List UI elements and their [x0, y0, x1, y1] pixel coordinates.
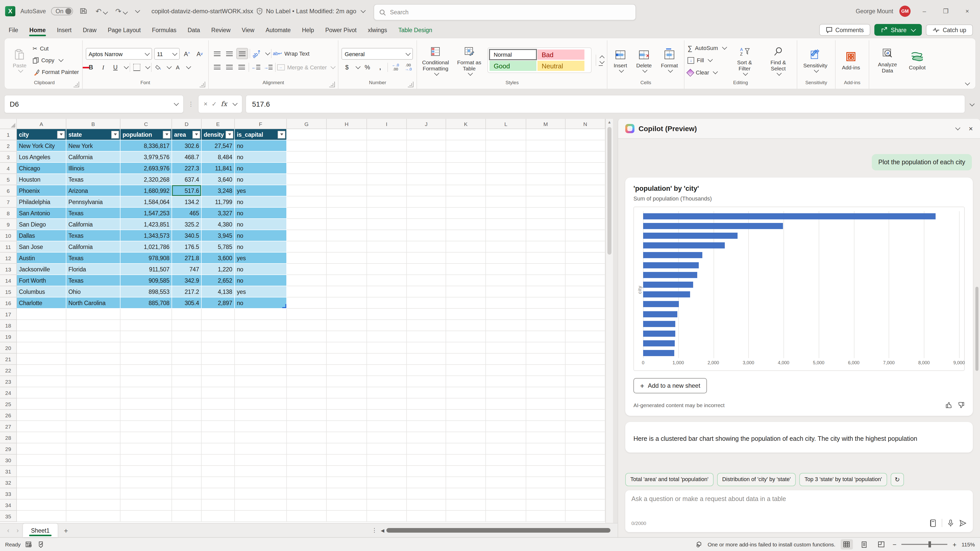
merge-center-button[interactable]: ↔ Merge & Center [277, 62, 335, 73]
cell-D26[interactable] [172, 410, 202, 421]
cell-F16[interactable]: no [235, 297, 287, 309]
cell-E20[interactable] [202, 342, 235, 354]
cell-N11[interactable] [566, 241, 605, 252]
analyze-data-button[interactable]: Analyze Data [872, 46, 903, 75]
cell-K2[interactable] [446, 140, 486, 151]
cell-H6[interactable] [327, 185, 367, 197]
cell-M13[interactable] [526, 264, 566, 275]
spreadsheet-grid[interactable]: ABCDEFGHIJKLMN1citystatepopulationareade… [0, 119, 605, 523]
cell-M26[interactable] [526, 410, 566, 421]
scroll-up-arrow[interactable]: ▲ [606, 120, 613, 124]
cell-M23[interactable] [526, 376, 566, 387]
collapse-ribbon-chevron[interactable] [965, 80, 970, 86]
row-header-20[interactable]: 20 [0, 342, 17, 354]
cell-L12[interactable] [486, 252, 526, 264]
font-color-chevron[interactable] [186, 64, 191, 69]
name-box-chevron[interactable] [174, 101, 179, 106]
italic-button[interactable]: I [98, 62, 108, 73]
number-dialog-launcher[interactable] [408, 81, 414, 87]
cell-B4[interactable]: Illinois [66, 163, 121, 174]
cell-M20[interactable] [526, 342, 566, 354]
cell-D24[interactable] [172, 387, 202, 399]
cell-M3[interactable] [526, 151, 566, 163]
cell-J1[interactable] [407, 129, 446, 140]
cell-M34[interactable] [526, 499, 566, 511]
row-header-19[interactable]: 19 [0, 331, 17, 342]
delete-cells-chevron[interactable] [643, 68, 648, 73]
cell-I26[interactable] [367, 410, 407, 421]
cell-G32[interactable] [287, 477, 327, 488]
cell-A24[interactable] [17, 387, 66, 399]
cell-A18[interactable] [17, 320, 66, 331]
cell-H8[interactable] [327, 208, 367, 219]
cell-E32[interactable] [202, 477, 235, 488]
cell-M11[interactable] [526, 241, 566, 252]
cell-N35[interactable] [566, 511, 605, 522]
suggestion-chip-1[interactable]: Total 'area' and total 'population' [625, 473, 714, 486]
column-header-M[interactable]: M [526, 119, 566, 129]
cell-A10[interactable]: Dallas [17, 230, 66, 241]
cell-B11[interactable]: California [66, 241, 121, 252]
cell-N7[interactable] [566, 197, 605, 208]
cell-J8[interactable] [407, 208, 446, 219]
cell-L2[interactable] [486, 140, 526, 151]
cell-B8[interactable]: Texas [66, 208, 121, 219]
tab-file[interactable]: File [3, 24, 24, 36]
share-button[interactable]: Share [875, 24, 922, 36]
cell-H17[interactable] [327, 309, 367, 320]
gallery-down-chevron[interactable] [600, 59, 605, 64]
row-header-16[interactable]: 16 [0, 297, 17, 309]
cell-G30[interactable] [287, 454, 327, 466]
tab-home[interactable]: Home [24, 24, 51, 36]
cell-D10[interactable]: 340.5 [172, 230, 202, 241]
cell-J16[interactable] [407, 297, 446, 309]
cell-K3[interactable] [446, 151, 486, 163]
column-header-E[interactable]: E [202, 119, 235, 129]
add-sheet-button[interactable]: + [59, 526, 73, 534]
cell-N34[interactable] [566, 499, 605, 511]
cell-M25[interactable] [526, 399, 566, 410]
cell-M4[interactable] [526, 163, 566, 174]
column-header-C[interactable]: C [121, 119, 172, 129]
cell-K31[interactable] [446, 466, 486, 477]
fill-button[interactable]: ↓Fill [687, 55, 726, 66]
cell-G2[interactable] [287, 140, 327, 151]
cell-J22[interactable] [407, 365, 446, 376]
formula-input[interactable]: 517.6 [245, 95, 965, 113]
cell-K34[interactable] [446, 499, 486, 511]
cell-L28[interactable] [486, 432, 526, 443]
cell-K18[interactable] [446, 320, 486, 331]
cell-I22[interactable] [367, 365, 407, 376]
cell-M19[interactable] [526, 331, 566, 342]
cell-I5[interactable] [367, 174, 407, 185]
undo-chevron[interactable] [103, 10, 108, 14]
cell-A9[interactable]: San Diego [17, 219, 66, 230]
cell-F10[interactable]: no [235, 230, 287, 241]
clipboard-dialog-launcher[interactable] [73, 81, 79, 87]
cell-E23[interactable] [202, 376, 235, 387]
cell-L8[interactable] [486, 208, 526, 219]
cell-L31[interactable] [486, 466, 526, 477]
cell-B1[interactable]: state [66, 129, 121, 140]
tab-insert[interactable]: Insert [51, 24, 77, 36]
suggestion-chip-3[interactable]: Top 3 'state' by total 'population' [799, 473, 887, 486]
label-status-chevron[interactable] [361, 8, 366, 13]
cell-A16[interactable]: Charlotte [17, 297, 66, 309]
cell-K19[interactable] [446, 331, 486, 342]
document-title[interactable]: copilot-dataviz-demo-startWORK.xlsx [151, 8, 253, 15]
cell-M28[interactable] [526, 432, 566, 443]
cell-J14[interactable] [407, 275, 446, 286]
row-header-1[interactable]: 1 [0, 129, 17, 140]
cell-N21[interactable] [566, 354, 605, 365]
cell-G24[interactable] [287, 387, 327, 399]
underline-chevron[interactable] [124, 64, 129, 69]
cell-M27[interactable] [526, 421, 566, 432]
cell-A29[interactable] [17, 443, 66, 454]
cell-H11[interactable] [327, 241, 367, 252]
cell-L27[interactable] [486, 421, 526, 432]
cell-K17[interactable] [446, 309, 486, 320]
cell-K32[interactable] [446, 477, 486, 488]
cell-K27[interactable] [446, 421, 486, 432]
cell-A23[interactable] [17, 376, 66, 387]
tab-view[interactable]: View [236, 24, 260, 36]
